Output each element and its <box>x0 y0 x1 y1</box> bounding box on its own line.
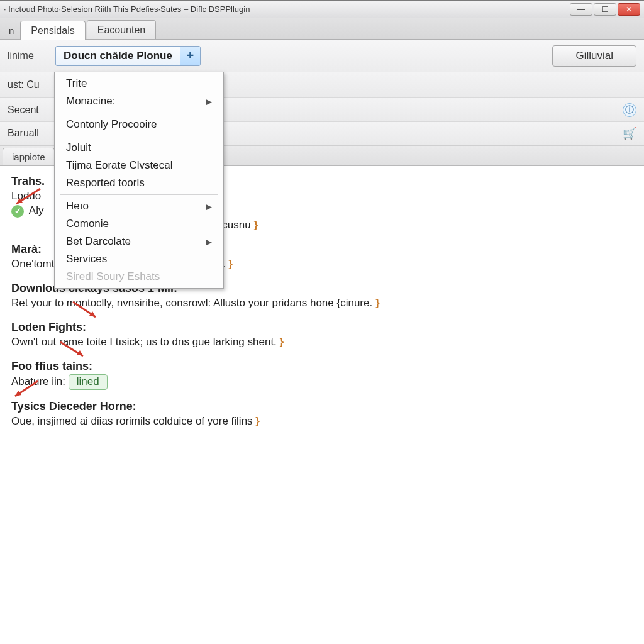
menu-item-label: Tijma Eorate Clvstecal <box>66 159 172 172</box>
menu-item-label: Comonie <box>66 218 109 230</box>
menu-separator <box>60 194 218 195</box>
tab-pensidals[interactable]: Pensidals <box>20 21 85 40</box>
titlebar: · Inctoud Photo·Selesion Riith This Pdef… <box>0 1 644 18</box>
subrow-3-label: Baruall <box>8 128 39 139</box>
dropdown-menu: Trite Monacine: ▶ Contonly Procooire Jol… <box>54 72 224 289</box>
plus-icon[interactable]: + <box>180 47 200 65</box>
section-title: Loden Fights: <box>11 321 633 334</box>
subrow-2-label: Secent <box>8 104 39 116</box>
menu-item-trite[interactable]: Trite <box>55 75 223 92</box>
dropdown-label: Doucn châlde Plonue <box>56 50 180 62</box>
section-body-prefix: Abature iin: <box>11 375 65 387</box>
menu-item-label: Siredl Soury Eshats <box>66 270 160 283</box>
brace-icon: } <box>375 297 380 309</box>
menu-item-label: Heıo <box>66 200 89 213</box>
window-title: · Inctoud Photo·Selesion Riith This Pdef… <box>4 4 569 14</box>
primary-tabstrip: n Pensidals Eacounten <box>0 18 644 40</box>
section-body: Oue, insjimed ai diias rorimils colduice… <box>11 415 253 427</box>
toolbar: linime Doucn châlde Plonue + Gilluvial <box>0 40 644 72</box>
check-ok-icon: ✓ <box>11 205 24 218</box>
gilluvial-button[interactable]: Gilluvial <box>552 45 636 67</box>
cart-icon[interactable]: 🛒 <box>623 126 636 140</box>
menu-item-joluit[interactable]: Joluit <box>55 139 223 157</box>
section-line2-prefix: Aly <box>29 204 44 216</box>
menu-separator <box>60 136 218 136</box>
menu-item-tijma[interactable]: Tijma Eorate Clvstecal <box>55 157 223 174</box>
brace-icon: } <box>280 336 284 348</box>
app-window: · Inctoud Photo·Selesion Riith This Pdef… <box>0 0 644 644</box>
section-loden: Loden Fights: Own't out rame toite I tıs… <box>11 321 633 350</box>
section-body: Own't out rame toite I tısick; us to dns… <box>11 336 277 348</box>
subrow-1-label: ust: Cu <box>8 79 40 91</box>
dropdown-trigger[interactable]: Doucn châlde Plonue + <box>55 46 201 66</box>
section-foo: Foo ffius tains: Abature iin: lined <box>11 360 633 390</box>
menu-item-resported[interactable]: Resported toorls <box>55 174 223 192</box>
section-body: Ret your to montoclly, nvnsiribe, consro… <box>11 297 372 309</box>
menu-item-label: Bet Darcolate <box>66 235 131 248</box>
chevron-right-icon: ▶ <box>206 97 212 106</box>
menu-item-contonly[interactable]: Contonly Procooire <box>55 116 223 133</box>
toolbar-left-label: linime <box>8 50 48 62</box>
brace-icon: } <box>253 219 258 231</box>
menu-item-siredl: Siredl Soury Eshats <box>55 268 223 286</box>
inner-tab-iappiote[interactable]: iappiote <box>3 148 55 165</box>
menu-item-bet-darcolate[interactable]: Bet Darcolate ▶ <box>55 233 223 250</box>
menu-item-label: Trite <box>66 77 87 90</box>
menu-item-label: Services <box>66 253 107 265</box>
section-tysics: Tysics Dieceder Horne: Oue, insjimed ai … <box>11 400 633 429</box>
section-title: Tysics Dieceder Horne: <box>11 400 633 413</box>
menu-item-label: Contonly Procooire <box>66 118 157 131</box>
menu-separator <box>60 113 218 113</box>
close-button[interactable]: ✕ <box>618 3 640 16</box>
maximize-button[interactable]: ☐ <box>594 3 616 16</box>
lined-pill[interactable]: lined <box>69 374 108 390</box>
info-chip-icon[interactable]: ⓘ <box>623 103 636 117</box>
section-body: Loddo <box>11 190 41 202</box>
menu-item-heio[interactable]: Heıo ▶ <box>55 197 223 215</box>
menu-item-monacine[interactable]: Monacine: ▶ <box>55 92 223 110</box>
chevron-right-icon: ▶ <box>206 237 212 247</box>
tab-fragment: n <box>5 21 20 39</box>
menu-item-label: Monacine: <box>66 95 115 108</box>
menu-item-comonie[interactable]: Comonie <box>55 215 223 233</box>
menu-item-label: Joluit <box>66 142 91 154</box>
window-controls: — ☐ ✕ <box>569 3 640 16</box>
brace-icon: } <box>228 258 233 270</box>
minimize-button[interactable]: — <box>570 3 592 16</box>
menu-item-services[interactable]: Services <box>55 250 223 268</box>
menu-item-label: Resported toorls <box>66 177 145 189</box>
section-title: Foo ffius tains: <box>11 360 633 373</box>
brace-icon: } <box>255 415 260 427</box>
chevron-right-icon: ▶ <box>206 202 212 211</box>
tab-eacounten[interactable]: Eacounten <box>87 20 157 39</box>
